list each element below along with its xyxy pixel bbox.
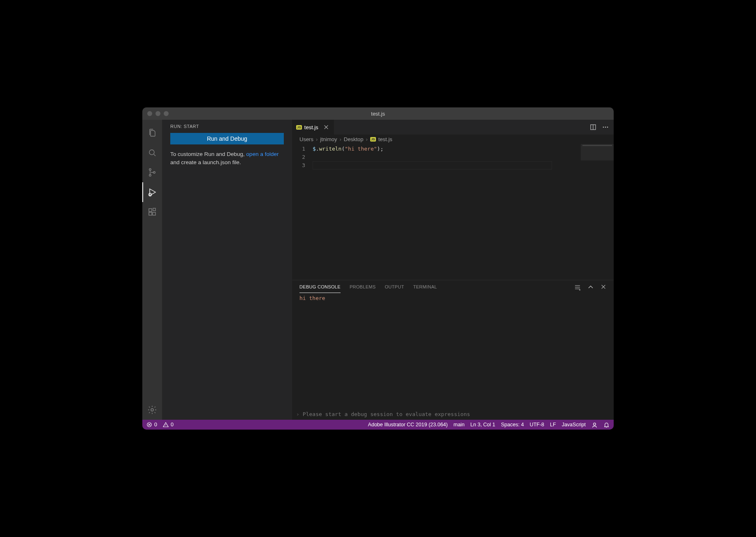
line-number: 2 xyxy=(292,153,313,161)
status-encoding[interactable]: UTF-8 xyxy=(530,422,544,428)
svg-point-11 xyxy=(603,127,604,128)
close-window-button[interactable] xyxy=(147,111,152,116)
panel-tab-debug-console[interactable]: DEBUG CONSOLE xyxy=(299,281,341,293)
close-panel-icon[interactable] xyxy=(601,284,606,291)
sidebar-desc-prefix: To customize Run and Debug, xyxy=(170,151,246,157)
run-sidebar: RUN: START Run and Debug To customize Ru… xyxy=(162,120,292,420)
error-count: 0 xyxy=(154,422,157,428)
collapse-panel-icon[interactable] xyxy=(587,284,594,291)
svg-point-9 xyxy=(151,409,153,411)
breadcrumb-segment[interactable]: jtnimoy xyxy=(320,136,337,142)
line-number-gutter: 1 2 3 xyxy=(292,144,313,280)
status-eol[interactable]: LF xyxy=(550,422,556,428)
editor-tabs: JS test.js xyxy=(292,120,614,135)
titlebar: test.js xyxy=(142,107,614,120)
run-and-debug-button[interactable]: Run and Debug xyxy=(170,133,284,144)
js-file-icon: JS xyxy=(370,137,376,142)
minimap[interactable] xyxy=(581,144,614,280)
status-bar: 0 0 Adobe Illustrator CC 2019 (23.064) m… xyxy=(142,420,614,430)
status-spaces[interactable]: Spaces: 4 xyxy=(501,422,524,428)
status-errors[interactable]: 0 xyxy=(146,422,157,428)
svg-point-1 xyxy=(149,169,151,170)
explorer-icon[interactable] xyxy=(142,123,162,143)
svg-point-12 xyxy=(605,127,606,128)
svg-rect-7 xyxy=(153,212,155,215)
traffic-lights xyxy=(142,111,169,116)
run-debug-icon[interactable] xyxy=(142,182,162,202)
svg-rect-5 xyxy=(149,209,152,212)
sidebar-desc-suffix: and create a launch.json file. xyxy=(170,159,241,165)
panel-tabs: DEBUG CONSOLE PROBLEMS OUTPUT TERMINAL xyxy=(292,280,614,294)
status-branch[interactable]: main xyxy=(453,422,464,428)
prompt-chevron-icon: › xyxy=(296,411,299,417)
tab-label: test.js xyxy=(304,124,318,130)
sidebar-header: RUN: START xyxy=(162,120,292,133)
status-host[interactable]: Adobe Illustrator CC 2019 (23.064) xyxy=(368,422,448,428)
status-language[interactable]: JavaScript xyxy=(562,422,586,428)
chevron-right-icon: › xyxy=(339,136,341,142)
svg-point-15 xyxy=(594,423,596,425)
breadcrumb-segment[interactable]: test.js xyxy=(378,136,392,142)
breadcrumb-segment[interactable]: Users xyxy=(299,136,313,142)
chevron-right-icon: › xyxy=(316,136,318,142)
panel-tab-problems[interactable]: PROBLEMS xyxy=(350,281,376,293)
vscode-window: test.js RUN: xyxy=(142,107,614,430)
open-folder-link[interactable]: open a folder xyxy=(246,151,279,157)
svg-point-0 xyxy=(149,150,154,155)
minimize-window-button[interactable] xyxy=(155,111,160,116)
svg-rect-6 xyxy=(149,212,152,215)
window-title: test.js xyxy=(371,111,385,117)
debug-console-input-row: › xyxy=(292,410,614,420)
search-icon[interactable] xyxy=(142,143,162,163)
bottom-panel: DEBUG CONSOLE PROBLEMS OUTPUT TERMINAL xyxy=(292,280,614,420)
panel-tab-terminal[interactable]: TERMINAL xyxy=(413,281,437,293)
sidebar-description: To customize Run and Debug, open a folde… xyxy=(170,150,284,167)
extensions-icon[interactable] xyxy=(142,202,162,222)
code-editor[interactable]: 1 2 3 $.writeln("hi there"); xyxy=(292,144,614,280)
svg-point-13 xyxy=(607,127,608,128)
svg-rect-8 xyxy=(153,208,155,211)
console-line: hi there xyxy=(299,295,325,301)
minimap-slider[interactable] xyxy=(581,144,614,160)
panel-tab-output[interactable]: OUTPUT xyxy=(385,281,404,293)
svg-point-2 xyxy=(149,174,151,176)
breadcrumb[interactable]: Users › jtnimoy › Desktop › JS test.js xyxy=(292,135,614,144)
editor-group: JS test.js Users xyxy=(292,120,614,420)
status-warnings[interactable]: 0 xyxy=(163,422,174,428)
tab-test-js[interactable]: JS test.js xyxy=(292,120,334,135)
notifications-bell-icon[interactable] xyxy=(603,422,610,428)
line-number: 3 xyxy=(292,161,313,170)
code-content[interactable]: $.writeln("hi there"); xyxy=(313,144,581,280)
clear-console-icon[interactable] xyxy=(574,284,581,291)
debug-console-input[interactable] xyxy=(303,411,610,417)
warning-count: 0 xyxy=(171,422,174,428)
split-editor-icon[interactable] xyxy=(590,124,596,130)
breadcrumb-segment[interactable]: Desktop xyxy=(344,136,364,142)
chevron-right-icon: › xyxy=(366,136,368,142)
current-line-highlight xyxy=(313,161,552,170)
more-actions-icon[interactable] xyxy=(602,124,609,130)
line-number: 1 xyxy=(292,145,313,153)
debug-console-output: hi there xyxy=(292,294,614,410)
maximize-window-button[interactable] xyxy=(164,111,169,116)
status-cursor[interactable]: Ln 3, Col 1 xyxy=(471,422,495,428)
js-file-icon: JS xyxy=(296,125,302,130)
feedback-icon[interactable] xyxy=(591,422,598,428)
svg-point-3 xyxy=(153,172,155,173)
settings-gear-icon[interactable] xyxy=(142,400,162,420)
close-tab-icon[interactable] xyxy=(322,123,330,131)
activity-bar xyxy=(142,120,162,420)
source-control-icon[interactable] xyxy=(142,163,162,182)
